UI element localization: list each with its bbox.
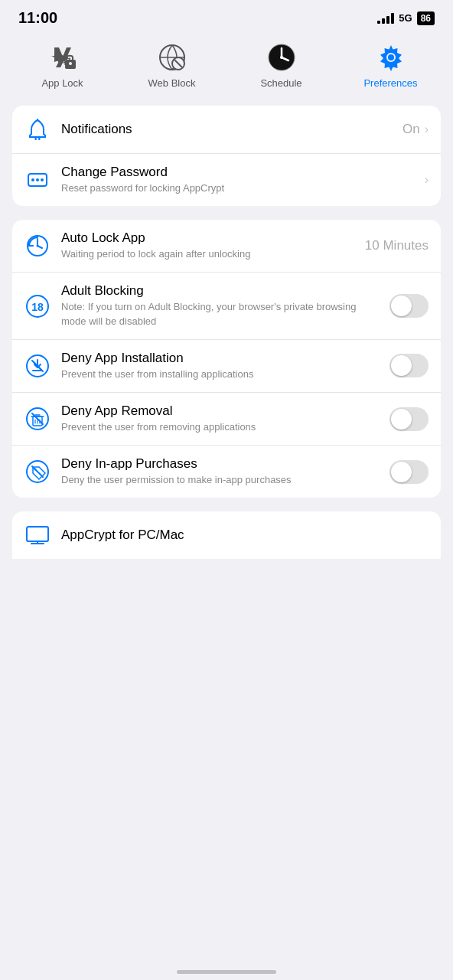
deny-install-icon: [24, 353, 51, 379]
svg-line-42: [32, 466, 43, 477]
status-right: 5G 86: [377, 11, 435, 25]
web-block-icon: [155, 41, 189, 74]
deny-removal-row[interactable]: Deny App Removal Prevent the user from r…: [12, 393, 441, 446]
deny-purchases-row[interactable]: Deny In-app Purchases Deny the user perm…: [12, 446, 441, 498]
deny-purchases-subtitle: Deny the user permission to make in-app …: [61, 473, 379, 487]
status-bar: 11:00 5G 86: [0, 0, 453, 33]
deny-purchases-toggle[interactable]: [389, 460, 429, 484]
notifications-value: On: [402, 122, 420, 137]
deny-install-row[interactable]: Deny App Installation Prevent the user f…: [12, 340, 441, 393]
section-advanced: Auto Lock App Waiting period to lock aga…: [12, 220, 441, 498]
battery-badge: 86: [417, 11, 435, 25]
deny-removal-subtitle: Prevent the user from removing applicati…: [61, 420, 379, 434]
section-basic: Notifications On › Change Password Reset…: [12, 106, 441, 206]
notifications-title: Notifications: [61, 122, 392, 137]
adult-blocking-toggle[interactable]: [389, 294, 429, 318]
auto-lock-subtitle: Waiting period to lock again after unloc…: [61, 247, 354, 261]
notifications-right: On ›: [402, 122, 429, 137]
deny-install-title: Deny App Installation: [61, 351, 379, 366]
section-pc-mac: AppCrypt for PC/Mac: [12, 511, 441, 559]
adult-blocking-subtitle: Note: If you turn on Adult Blocking, you…: [61, 300, 379, 328]
deny-purchases-title: Deny In-app Purchases: [61, 456, 379, 472]
adult-blocking-right[interactable]: [389, 294, 429, 318]
appcrypt-pc-row[interactable]: AppCrypt for PC/Mac: [12, 511, 441, 559]
notifications-row[interactable]: Notifications On ›: [12, 106, 441, 154]
deny-removal-toggle[interactable]: [389, 407, 429, 431]
signal-bars: [377, 13, 394, 24]
svg-point-19: [36, 178, 39, 181]
svg-point-3: [69, 62, 72, 65]
signal-bar-1: [377, 21, 380, 24]
signal-bar-3: [386, 16, 389, 24]
adult-blocking-row[interactable]: 18 Adult Blocking Note: If you turn on A…: [12, 273, 441, 339]
svg-point-20: [41, 178, 44, 181]
tab-web-block[interactable]: Web Block: [134, 41, 210, 89]
signal-bar-4: [391, 13, 394, 24]
notifications-content: Notifications: [61, 122, 392, 137]
signal-bar-2: [382, 18, 385, 24]
appcrypt-pc-content: AppCrypt for PC/Mac: [61, 528, 429, 543]
deny-purchases-icon: [24, 459, 51, 485]
change-password-content: Change Password Reset password for locki…: [61, 165, 414, 195]
auto-lock-icon: [24, 233, 51, 259]
svg-rect-43: [27, 527, 48, 541]
appcrypt-pc-title: AppCrypt for PC/Mac: [61, 528, 429, 543]
deny-install-content: Deny App Installation Prevent the user f…: [61, 351, 379, 381]
tab-web-block-label: Web Block: [148, 77, 196, 89]
deny-install-subtitle: Prevent the user from installing applica…: [61, 368, 379, 381]
tab-preferences[interactable]: Preferences: [353, 41, 429, 89]
svg-text:18: 18: [31, 301, 44, 313]
svg-point-18: [31, 178, 34, 181]
appcrypt-pc-icon: [24, 522, 51, 548]
deny-install-toggle[interactable]: [389, 354, 429, 377]
tab-app-lock-label: App Lock: [41, 77, 83, 89]
home-indicator: [177, 970, 276, 974]
change-password-right: ›: [425, 173, 429, 187]
change-password-subtitle: Reset password for locking AppCrypt: [61, 181, 414, 195]
adult-blocking-icon: 18: [24, 293, 51, 319]
svg-point-14: [388, 54, 394, 60]
change-password-row[interactable]: Change Password Reset password for locki…: [12, 154, 441, 206]
deny-removal-icon: [24, 406, 51, 432]
app-lock-icon: ✦ ⚙: [46, 41, 80, 74]
adult-blocking-content: Adult Blocking Note: If you turn on Adul…: [61, 283, 379, 328]
deny-removal-right[interactable]: [389, 407, 429, 431]
change-password-title: Change Password: [61, 165, 414, 180]
deny-purchases-right[interactable]: [389, 460, 429, 484]
auto-lock-content: Auto Lock App Waiting period to lock aga…: [61, 230, 354, 261]
notifications-icon: [24, 116, 51, 142]
tab-schedule[interactable]: Schedule: [243, 41, 320, 89]
svg-point-15: [36, 137, 40, 140]
schedule-icon: [265, 41, 298, 74]
tab-preferences-label: Preferences: [363, 77, 417, 89]
tab-bar: ✦ ⚙ App Lock: [0, 33, 453, 92]
status-time: 11:00: [18, 9, 57, 27]
auto-lock-title: Auto Lock App: [61, 230, 354, 246]
signal-5g-label: 5G: [399, 12, 412, 24]
preferences-icon: [374, 41, 408, 74]
auto-lock-value: 10 Minutes: [365, 238, 429, 253]
svg-point-12: [280, 56, 283, 59]
deny-removal-title: Deny App Removal: [61, 403, 379, 419]
deny-purchases-content: Deny In-app Purchases Deny the user perm…: [61, 456, 379, 487]
tab-schedule-label: Schedule: [260, 77, 301, 89]
adult-blocking-title: Adult Blocking: [61, 283, 379, 299]
auto-lock-row[interactable]: Auto Lock App Waiting period to lock aga…: [12, 220, 441, 273]
tab-app-lock[interactable]: ✦ ⚙ App Lock: [24, 41, 101, 89]
deny-install-right[interactable]: [389, 354, 429, 377]
notifications-chevron: ›: [425, 122, 429, 136]
deny-removal-content: Deny App Removal Prevent the user from r…: [61, 403, 379, 434]
change-password-chevron: ›: [425, 173, 429, 187]
auto-lock-right: 10 Minutes: [365, 238, 429, 253]
change-password-icon: [24, 167, 51, 193]
svg-point-24: [37, 245, 39, 247]
